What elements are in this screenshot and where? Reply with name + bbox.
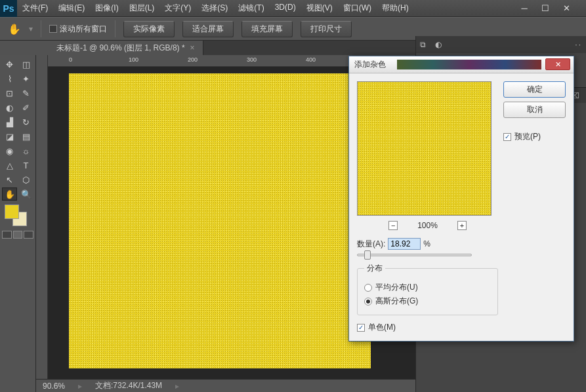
scroll-all-windows-checkbox[interactable]: 滚动所有窗口 bbox=[49, 24, 107, 35]
healing-tool[interactable]: ◐ bbox=[2, 101, 17, 114]
menu-view[interactable]: 视图(V) bbox=[301, 0, 338, 17]
menu-edit[interactable]: 编辑(E) bbox=[53, 0, 90, 17]
quickmask-toggle[interactable] bbox=[2, 231, 12, 239]
gaussian-radio[interactable]: 高斯分布(G) bbox=[364, 296, 491, 307]
close-button[interactable]: ✕ bbox=[558, 3, 574, 14]
menu-bar: 文件(F) 编辑(E) 图像(I) 图层(L) 文字(Y) 选择(S) 滤镜(T… bbox=[17, 0, 414, 17]
document-info: 文档:732.4K/1.43M bbox=[95, 380, 162, 391]
marquee-tool[interactable]: ◫ bbox=[18, 58, 33, 71]
dodge-tool[interactable]: ☼ bbox=[18, 144, 33, 157]
app-logo: Ps bbox=[0, 0, 17, 17]
amount-unit: % bbox=[423, 239, 430, 248]
hand-tool[interactable]: ✋ bbox=[2, 187, 17, 201]
maximize-button[interactable]: ☐ bbox=[537, 3, 553, 14]
amount-slider[interactable] bbox=[357, 254, 472, 256]
preview-checkbox[interactable]: ✓预览(P) bbox=[503, 131, 566, 142]
stamp-tool[interactable]: ▟ bbox=[2, 115, 17, 128]
screenmode-2[interactable] bbox=[24, 231, 33, 239]
menu-image[interactable]: 图像(I) bbox=[90, 0, 123, 17]
menu-layer[interactable]: 图层(L) bbox=[124, 0, 160, 17]
zoom-tool[interactable]: 🔍 bbox=[18, 187, 33, 201]
eraser-tool[interactable]: ◪ bbox=[2, 130, 17, 143]
pen-tool[interactable]: △ bbox=[2, 159, 17, 172]
brush-tool[interactable]: ✐ bbox=[18, 101, 33, 114]
document-tab[interactable]: 未标题-1 @ 90.6% (图层 1, RGB/8) * × bbox=[49, 41, 203, 55]
distribution-group: 分布 平均分布(U) 高斯分布(G) bbox=[357, 263, 498, 315]
uniform-radio[interactable]: 平均分布(U) bbox=[364, 282, 491, 293]
menu-window[interactable]: 窗口(W) bbox=[338, 0, 377, 17]
dialog-titlebar[interactable]: 添加杂色 ✕ bbox=[349, 56, 574, 73]
foreground-color[interactable] bbox=[5, 205, 19, 219]
noise-preview[interactable] bbox=[357, 81, 492, 216]
history-brush-tool[interactable]: ↻ bbox=[18, 115, 33, 128]
hand-tool-icon: ✋ bbox=[8, 23, 21, 35]
eyedropper-tool[interactable]: ✎ bbox=[18, 87, 33, 100]
lasso-tool[interactable]: ⌇ bbox=[2, 72, 17, 85]
distribution-legend: 分布 bbox=[364, 263, 385, 274]
wand-tool[interactable]: ✦ bbox=[18, 72, 33, 85]
menu-select[interactable]: 选择(S) bbox=[196, 0, 233, 17]
amount-label: 数量(A): bbox=[357, 239, 385, 250]
menu-help[interactable]: 帮助(H) bbox=[377, 0, 414, 17]
add-noise-dialog: 添加杂色 ✕ − 100% + 数量(A): % 分布 平均分布(U) 高斯分布… bbox=[348, 56, 574, 342]
print-size-button[interactable]: 打印尺寸 bbox=[301, 21, 352, 37]
menu-3d[interactable]: 3D(D) bbox=[270, 0, 301, 17]
gradient-tool[interactable]: ▤ bbox=[18, 130, 33, 143]
menu-filter[interactable]: 滤镜(T) bbox=[233, 0, 269, 17]
actual-pixels-button[interactable]: 实际像素 bbox=[123, 21, 175, 37]
minimize-button[interactable]: ─ bbox=[516, 3, 532, 14]
menu-file[interactable]: 文件(F) bbox=[17, 0, 53, 17]
canvas[interactable] bbox=[69, 73, 371, 368]
zoom-out-button[interactable]: − bbox=[388, 221, 398, 230]
amount-input[interactable] bbox=[388, 238, 421, 250]
fill-screen-button[interactable]: 填充屏幕 bbox=[241, 21, 293, 37]
menu-type[interactable]: 文字(Y) bbox=[159, 0, 196, 17]
dialog-title: 添加杂色 bbox=[354, 59, 386, 70]
close-tab-icon[interactable]: × bbox=[190, 43, 195, 52]
zoom-percent: 100% bbox=[417, 221, 438, 230]
fit-screen-button[interactable]: 适合屏幕 bbox=[182, 21, 234, 37]
cancel-button[interactable]: 取消 bbox=[503, 102, 566, 118]
vertical-ruler bbox=[36, 55, 48, 392]
blur-tool[interactable]: ◉ bbox=[2, 144, 17, 157]
zoom-in-button[interactable]: + bbox=[457, 221, 467, 230]
type-tool[interactable]: T bbox=[18, 159, 33, 172]
move-tool[interactable]: ✥ bbox=[2, 58, 17, 71]
screenmode-toggle[interactable] bbox=[13, 231, 23, 239]
toolbox: ✥◫ ⌇✦ ⊡✎ ◐✐ ▟↻ ◪▤ ◉☼ △T ↖⬡ ✋🔍 bbox=[0, 55, 36, 392]
ok-button[interactable]: 确定 bbox=[503, 81, 566, 98]
path-tool[interactable]: ↖ bbox=[2, 173, 17, 186]
crop-tool[interactable]: ⊡ bbox=[2, 87, 17, 100]
monochrome-checkbox[interactable]: ✓单色(M) bbox=[357, 322, 498, 333]
document-tab-label: 未标题-1 @ 90.6% (图层 1, RGB/8) * bbox=[56, 43, 185, 54]
dialog-close-button[interactable]: ✕ bbox=[545, 58, 570, 70]
zoom-level[interactable]: 90.6% bbox=[43, 382, 65, 391]
dialog-decoration bbox=[397, 60, 541, 69]
shape-tool[interactable]: ⬡ bbox=[18, 173, 33, 186]
slider-thumb[interactable] bbox=[364, 250, 371, 260]
